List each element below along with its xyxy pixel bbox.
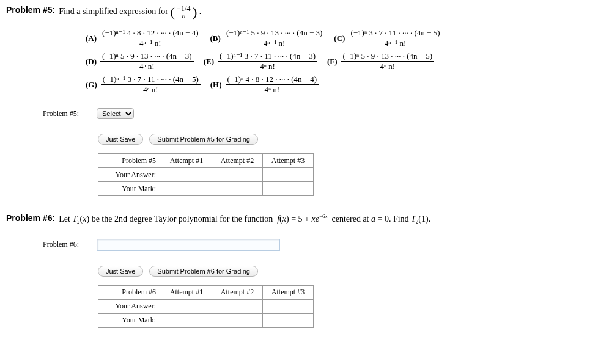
problem-5-select[interactable]: Select bbox=[97, 108, 134, 119]
choice-area: (A) (−1)ⁿ⁻¹ 4 · 8 · 12 · ··· · (4n − 4)4… bbox=[86, 28, 592, 95]
problem-6-title: Problem #6: bbox=[6, 213, 55, 223]
choice-c-den: 4ⁿ⁻¹ n! bbox=[349, 38, 441, 48]
problem-6-button-row: Just Save Submit Problem #6 for Grading bbox=[98, 266, 592, 277]
problem-6: Problem #6: Let T2(x) be the 2nd degree … bbox=[6, 213, 592, 327]
choice-b-label: (B) bbox=[210, 28, 221, 49]
mark-cell bbox=[212, 313, 263, 327]
problem-5-answer-label: Problem #5: bbox=[43, 109, 92, 118]
your-answer-label-6: Your Answer: bbox=[98, 299, 161, 313]
attempt-3-header-6: Attempt #3 bbox=[263, 285, 314, 299]
attempt-1-header: Attempt #1 bbox=[161, 154, 212, 168]
mark-cell bbox=[263, 313, 314, 327]
problem-5-prompt-pre: Find a simplified expression for bbox=[59, 7, 170, 16]
choice-d-num: (−1)ⁿ 5 · 9 · 13 · ··· · (4n − 3) bbox=[100, 52, 194, 62]
problem-5-prompt: Find a simplified expression for ( −1/4 … bbox=[59, 5, 201, 20]
problem-5-prompt-post: . bbox=[199, 7, 202, 16]
choice-b-num: (−1)ⁿ⁻¹ 5 · 9 · 13 · ··· · (4n − 3) bbox=[224, 29, 324, 38]
choice-f-num: (−1)ⁿ 5 · 9 · 13 · ··· · (4n − 5) bbox=[341, 52, 435, 62]
answer-cell bbox=[212, 299, 263, 313]
choice-f-den: 4ⁿ n! bbox=[341, 62, 435, 71]
choice-c: (C) (−1)ⁿ 3 · 7 · 11 · ··· · (4n − 5)4ⁿ⁻… bbox=[334, 28, 441, 49]
your-mark-label-5: Your Mark: bbox=[98, 182, 161, 196]
choice-row-2: (D) (−1)ⁿ 5 · 9 · 13 · ··· · (4n − 3)4ⁿ … bbox=[86, 51, 592, 72]
choice-e-num: (−1)ⁿ⁻¹ 3 · 7 · 11 · ··· · (4n − 3) bbox=[218, 52, 317, 62]
mark-cell bbox=[212, 182, 263, 196]
table-row: Problem #6 Attempt #1 Attempt #2 Attempt… bbox=[98, 285, 314, 299]
problem-5-button-row: Just Save Submit Problem #5 for Grading bbox=[98, 134, 592, 145]
binom-open-paren: ( bbox=[171, 4, 175, 20]
choice-c-num: (−1)ⁿ 3 · 7 · 11 · ··· · (4n − 5) bbox=[349, 29, 441, 38]
answer-cell bbox=[161, 168, 212, 182]
binomial-coeff: −1/4 n bbox=[177, 5, 190, 20]
attempts-table-6: Problem #6 Attempt #1 Attempt #2 Attempt… bbox=[98, 285, 314, 328]
choice-h: (H) (−1)ⁿ 4 · 8 · 12 · ··· · (4n − 4)4ⁿ … bbox=[210, 75, 319, 95]
mark-cell bbox=[161, 182, 212, 196]
answer-cell bbox=[161, 299, 212, 313]
table-row: Your Mark: bbox=[98, 313, 314, 327]
choice-a: (A) (−1)ⁿ⁻¹ 4 · 8 · 12 · ··· · (4n − 4)4… bbox=[86, 28, 201, 49]
choice-g-den: 4ⁿ n! bbox=[101, 85, 201, 94]
choice-a-den: 4ⁿ⁻¹ n! bbox=[100, 38, 200, 48]
table-row: Your Mark: bbox=[98, 182, 314, 196]
answer-cell bbox=[212, 168, 263, 182]
just-save-button-6[interactable]: Just Save bbox=[98, 266, 143, 277]
choice-f: (F) (−1)ⁿ 5 · 9 · 13 · ··· · (4n − 5)4ⁿ … bbox=[327, 51, 434, 72]
problem-6-prompt: Let T2(x) be the 2nd degree Taylor polyn… bbox=[59, 213, 430, 225]
table-header-5: Problem #5 bbox=[98, 154, 161, 168]
choice-a-label: (A) bbox=[86, 28, 97, 49]
problem-6-answer-label: Problem #6: bbox=[43, 240, 92, 249]
choice-d-label: (D) bbox=[86, 51, 97, 72]
choice-b-den: 4ⁿ⁻¹ n! bbox=[224, 38, 324, 48]
attempt-2-header: Attempt #2 bbox=[212, 154, 263, 168]
choice-h-num: (−1)ⁿ 4 · 8 · 12 · ··· · (4n − 4) bbox=[226, 75, 319, 85]
choice-g: (G) (−1)ⁿ⁻¹ 3 · 7 · 11 · ··· · (4n − 5)4… bbox=[86, 75, 201, 95]
choice-d-den: 4ⁿ n! bbox=[100, 62, 194, 71]
choice-g-num: (−1)ⁿ⁻¹ 3 · 7 · 11 · ··· · (4n − 5) bbox=[101, 75, 201, 85]
table-header-6: Problem #6 bbox=[98, 285, 161, 299]
table-row: Your Answer: bbox=[98, 168, 314, 182]
attempt-1-header-6: Attempt #1 bbox=[161, 285, 212, 299]
choice-h-den: 4ⁿ n! bbox=[226, 85, 319, 94]
answer-cell bbox=[263, 168, 314, 182]
your-mark-label-6: Your Mark: bbox=[98, 313, 161, 327]
problem-5: Problem #5: Find a simplified expression… bbox=[6, 5, 592, 196]
choice-d: (D) (−1)ⁿ 5 · 9 · 13 · ··· · (4n − 3)4ⁿ … bbox=[86, 51, 194, 72]
problem-6-answer-line: Problem #6: bbox=[43, 239, 592, 251]
choice-e-den: 4ⁿ n! bbox=[218, 62, 317, 71]
submit-button-5[interactable]: Submit Problem #5 for Grading bbox=[149, 134, 258, 145]
problem-5-answer-line: Problem #5: Select bbox=[43, 108, 592, 119]
choice-b: (B) (−1)ⁿ⁻¹ 5 · 9 · 13 · ··· · (4n − 3)4… bbox=[210, 28, 325, 49]
problem-6-header: Problem #6: Let T2(x) be the 2nd degree … bbox=[6, 213, 592, 225]
problem-5-header: Problem #5: Find a simplified expression… bbox=[6, 5, 592, 20]
choice-e: (E) (−1)ⁿ⁻¹ 3 · 7 · 11 · ··· · (4n − 3)4… bbox=[204, 51, 317, 72]
choice-e-label: (E) bbox=[204, 51, 214, 72]
table-row: Your Answer: bbox=[98, 299, 314, 313]
problem-6-input[interactable] bbox=[97, 239, 280, 251]
choice-h-label: (H) bbox=[210, 75, 222, 95]
submit-button-6[interactable]: Submit Problem #6 for Grading bbox=[149, 266, 258, 277]
mark-cell bbox=[263, 182, 314, 196]
problem-5-title: Problem #5: bbox=[6, 5, 55, 15]
attempts-table-5: Problem #5 Attempt #1 Attempt #2 Attempt… bbox=[98, 153, 314, 196]
choice-c-label: (C) bbox=[334, 28, 345, 49]
just-save-button-5[interactable]: Just Save bbox=[98, 134, 143, 145]
binom-close-paren: ) bbox=[193, 4, 197, 20]
your-answer-label-5: Your Answer: bbox=[98, 168, 161, 182]
table-row: Problem #5 Attempt #1 Attempt #2 Attempt… bbox=[98, 154, 314, 168]
attempt-3-header: Attempt #3 bbox=[263, 154, 314, 168]
choice-a-num: (−1)ⁿ⁻¹ 4 · 8 · 12 · ··· · (4n − 4) bbox=[100, 29, 200, 38]
choice-g-label: (G) bbox=[86, 75, 97, 95]
choice-row-1: (A) (−1)ⁿ⁻¹ 4 · 8 · 12 · ··· · (4n − 4)4… bbox=[86, 28, 592, 49]
answer-cell bbox=[263, 299, 314, 313]
binom-bottom: n bbox=[177, 12, 190, 20]
attempt-2-header-6: Attempt #2 bbox=[212, 285, 263, 299]
choice-f-label: (F) bbox=[327, 51, 338, 72]
mark-cell bbox=[161, 313, 212, 327]
choice-row-3: (G) (−1)ⁿ⁻¹ 3 · 7 · 11 · ··· · (4n − 5)4… bbox=[86, 75, 592, 95]
